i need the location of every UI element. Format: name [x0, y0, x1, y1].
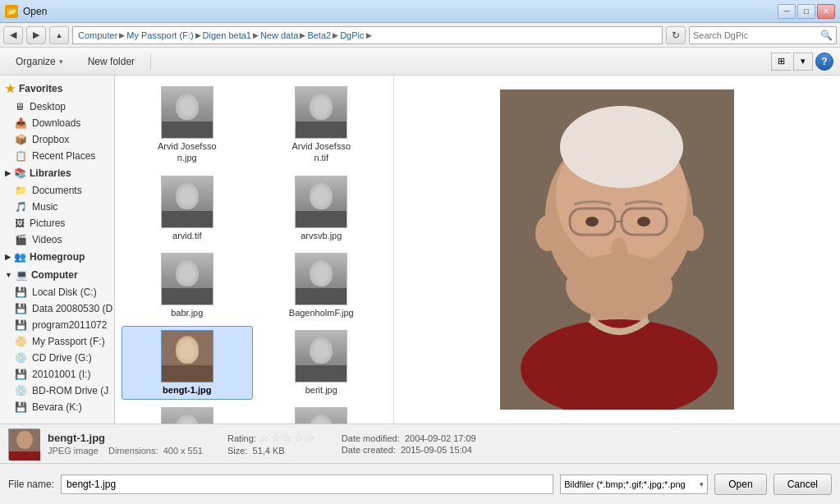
title-bar-left: 📂 Open — [5, 5, 47, 18]
file-name-bagenholm-jpg: BagenholmF.jpg — [289, 307, 354, 318]
sidebar-section-homegroup[interactable]: ▶ 👥 Homegroup — [0, 248, 114, 266]
thumb-svg — [162, 331, 213, 382]
data1-icon: 💾 — [15, 303, 27, 314]
path-separator-6: ▶ — [366, 31, 372, 39]
sidebar-item-videos[interactable]: 🎬 Videos — [0, 231, 114, 248]
path-part-dgpic[interactable]: DgPic — [340, 30, 364, 40]
sidebar-item-cd-drive[interactable]: 💿 CD Drive (G:) — [0, 350, 114, 366]
sidebar-item-local-disk[interactable]: 💾 Local Disk (C:) — [0, 284, 114, 300]
sidebar-item-documents[interactable]: 📁 Documents — [0, 182, 114, 199]
minimize-button[interactable]: ─ — [778, 4, 796, 19]
search-input[interactable] — [693, 30, 817, 40]
title-bar: 📂 Open ─ □ ✕ — [0, 0, 840, 23]
homegroup-expand-icon: ▶ — [5, 253, 11, 261]
computer-expand-icon: ▼ — [5, 271, 12, 279]
window-title: Open — [23, 6, 47, 17]
sidebar-item-my-passport[interactable]: 📀 My Passport (F:) — [0, 333, 114, 350]
svg-point-16 — [585, 217, 599, 227]
bevara-icon: 💾 — [15, 401, 27, 413]
file-item-berit-jpg[interactable]: berit.jpg — [256, 326, 388, 400]
view-dropdown-button[interactable]: ▾ — [793, 53, 813, 71]
file-item-bagenholm-jpg[interactable]: BagenholmF.jpg — [256, 249, 388, 323]
file-thumb-bengt1-jpg — [161, 330, 213, 383]
thumb-image — [162, 408, 213, 424]
organize-button[interactable]: Organize ▾ — [7, 51, 72, 72]
file-name-babr-jpg: babr.jpg — [171, 307, 203, 318]
organize-arrow-icon: ▾ — [59, 57, 63, 66]
file-item-arvid-jpg[interactable]: Arvid Josefsson.jpg — [122, 82, 253, 168]
close-button[interactable]: ✕ — [817, 4, 835, 19]
new-folder-button[interactable]: New folder — [79, 51, 144, 72]
filename-input[interactable] — [61, 474, 553, 494]
libraries-expand-icon: ▶ — [5, 169, 11, 177]
preview-image — [500, 89, 734, 410]
up-button[interactable]: ▲ — [49, 26, 69, 44]
file-thumb-arvid-jpg — [161, 86, 213, 139]
cancel-button[interactable]: Cancel — [773, 474, 832, 495]
file-thumb-berit-jpg — [295, 330, 347, 383]
file-thumb-babr-jpg — [161, 253, 213, 305]
sidebar-item-bd-rom[interactable]: 💿 BD-ROM Drive (J — [0, 383, 114, 399]
downloads-icon: 📥 — [15, 117, 27, 129]
path-part-digen[interactable]: Digen beta1 — [203, 30, 251, 40]
file-name-arvid2-tif: arvid.tif — [172, 230, 201, 241]
computer-icon: 💻 — [16, 269, 28, 281]
status-info: bengt-1.jpg JPEG image Dimensions: 400 x… — [48, 432, 203, 456]
path-part-computer[interactable]: Computer — [78, 30, 117, 40]
sidebar-item-bevara[interactable]: 💾 Bevara (K:) — [0, 399, 114, 415]
filename-label: File name: — [8, 479, 54, 490]
music-icon: 🎵 — [15, 201, 27, 213]
status-filename: bengt-1.jpg — [48, 432, 203, 444]
file-thumb-beritogosta-tif — [295, 407, 347, 424]
help-button[interactable]: ? — [815, 53, 833, 71]
file-grid: Arvid Josefsson.jpg Arvid Josefsson.tif … — [118, 79, 390, 424]
address-path[interactable]: Computer ▶ My Passport (F:) ▶ Digen beta… — [72, 26, 663, 44]
window-icon: 📂 — [5, 5, 18, 18]
sidebar-item-program[interactable]: 💾 program2011072 — [0, 317, 114, 333]
file-grid-container[interactable]: Arvid Josefsson.jpg Arvid Josefsson.tif … — [115, 76, 394, 424]
status-filetype: JPEG image Dimensions: 400 x 551 — [48, 446, 203, 456]
svg-point-22 — [535, 215, 560, 251]
sidebar-item-desktop[interactable]: 🖥 Desktop — [0, 99, 114, 115]
file-item-beritogosta-tif[interactable]: BeritoGosta.tif — [256, 403, 388, 424]
path-separator: ▶ — [119, 31, 125, 39]
path-part-mypassport[interactable]: My Passport (F:) — [126, 30, 193, 40]
file-item-arvid2-tif[interactable]: arvid.tif — [122, 172, 253, 245]
path-part-beta2[interactable]: Beta2 — [307, 30, 331, 40]
file-item-berit-tif[interactable]: berit.tif — [122, 403, 253, 424]
sidebar-item-music[interactable]: 🎵 Music — [0, 199, 114, 215]
maximize-button[interactable]: □ — [797, 4, 815, 19]
bottom-bar: File name: Bildfiler (*.bmp;*.gif;*.jpg;… — [0, 463, 840, 504]
file-item-arvid-tif[interactable]: Arvid Josefsson.tif — [256, 82, 388, 168]
search-box[interactable]: 🔍 — [689, 26, 837, 44]
file-thumb-arvid2-tif — [161, 176, 213, 228]
sidebar-item-downloads[interactable]: 📥 Downloads — [0, 115, 114, 131]
forward-button[interactable]: ▶ — [26, 26, 46, 44]
sidebar-item-data1[interactable]: 💾 Data 20080530 (D — [0, 300, 114, 317]
status-meta: Rating: ☆☆☆☆☆ Size: 51,4 KB — [227, 432, 317, 456]
view-icon-button[interactable]: ⊞ — [771, 53, 791, 71]
open-button[interactable]: Open — [714, 474, 766, 495]
file-item-arvsvb-jpg[interactable]: arvsvb.jpg — [256, 172, 388, 245]
file-item-bengt1-jpg[interactable]: bengt-1.jpg — [122, 326, 253, 400]
sidebar-section-favorites[interactable]: ★ Favorites — [0, 79, 114, 99]
filetype-select[interactable]: Bildfiler (*.bmp;*.gif;*.jpg;*.png ▾ — [560, 474, 708, 494]
file-item-babr-jpg[interactable]: babr.jpg — [122, 249, 253, 323]
favorites-expand-icon: ★ — [5, 82, 16, 95]
thumb-image — [162, 331, 213, 382]
main-content: ★ Favorites 🖥 Desktop 📥 Downloads 📦 Drop… — [0, 76, 840, 424]
sidebar-item-pictures[interactable]: 🖼 Pictures — [0, 215, 114, 231]
sidebar-item-recent[interactable]: 📋 Recent Places — [0, 148, 114, 164]
rating-stars: ☆☆☆☆☆ — [259, 432, 317, 444]
back-button[interactable]: ◀ — [3, 26, 23, 44]
status-thumb-image — [9, 429, 40, 460]
path-part-newdata[interactable]: New data — [260, 30, 298, 40]
sidebar-section-computer[interactable]: ▼ 💻 Computer — [0, 266, 114, 284]
sidebar-item-dropbox[interactable]: 📦 Dropbox — [0, 131, 114, 148]
sidebar-item-drive-201[interactable]: 💾 20101001 (I:) — [0, 366, 114, 383]
refresh-button[interactable]: ↻ — [666, 26, 686, 44]
toolbar-separator — [150, 53, 151, 70]
sidebar-section-libraries[interactable]: ▶ 📚 Libraries — [0, 164, 114, 182]
my-passport-icon: 📀 — [15, 336, 27, 347]
svg-rect-0 — [162, 331, 213, 382]
